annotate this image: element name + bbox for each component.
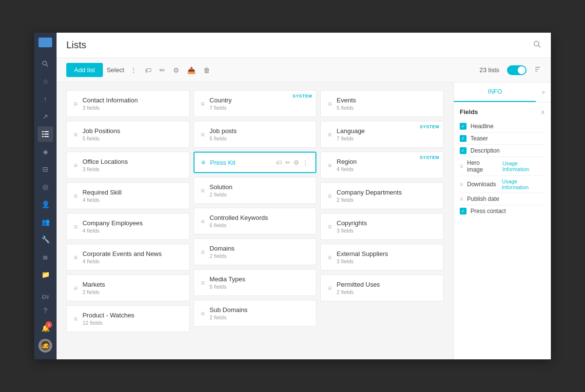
header: Lists [57, 33, 551, 58]
list-fields: 6 fields [210, 222, 310, 228]
list-item-required-skill[interactable]: ≡ Required Skill 4 fields [66, 182, 190, 209]
export-button[interactable]: 📤 [185, 64, 197, 76]
collapse-icon[interactable]: ∧ [541, 109, 545, 116]
list-item-copyrights[interactable]: ≡ Copyrights 3 fields [320, 213, 444, 240]
list-item-solution[interactable]: ≡ Solution 2 fields [194, 177, 317, 204]
panel-section-header: Fields ∧ [460, 108, 545, 116]
list-drag-icon: ≡ [201, 310, 205, 317]
search-icon[interactable] [533, 40, 541, 50]
field-checkbox-press-contact[interactable]: ✓ [460, 208, 467, 215]
list-fields: 2 fields [210, 253, 310, 259]
svg-rect-3 [44, 131, 49, 132]
tab-info[interactable]: INFO [454, 82, 536, 102]
notification-badge: 3 [45, 321, 52, 328]
tag-button[interactable]: 🏷 [143, 64, 154, 76]
delete-button[interactable]: 🗑 [201, 64, 212, 76]
sidebar-item-user[interactable]: 👤 [38, 196, 53, 212]
list-drag-icon: ≡ [201, 217, 205, 225]
list-item-corporate-events[interactable]: ≡ Corporate Events and News 4 fields [66, 244, 190, 271]
add-list-button[interactable]: Add list [66, 63, 103, 77]
list-drag-icon: ≡ [74, 161, 78, 169]
list-item-controlled-keywords[interactable]: ≡ Controlled Keywords 6 fields [194, 208, 317, 235]
list-fields: 3 fields [337, 258, 437, 264]
list-fields: 2 fields [337, 289, 437, 295]
list-item-company-employees[interactable]: ≡ Company Employees 4 fields [66, 213, 190, 240]
notifications-button[interactable]: 🔔 3 [38, 320, 53, 336]
list-name: Job posts [210, 127, 310, 135]
list-item-job-posts[interactable]: ≡ Job posts 5 fields [194, 121, 317, 148]
list-drag-icon: ≡ [328, 223, 332, 231]
list-fields: 2 fields [210, 192, 310, 197]
sidebar-item-table[interactable]: ⊟ [38, 161, 53, 177]
list-item-media-types[interactable]: ≡ Media Types 5 fields [194, 269, 317, 296]
more-options-button[interactable]: ⋮ [128, 64, 139, 76]
field-checkbox-headline[interactable]: ✓ [460, 123, 467, 130]
field-name-headline: Headline [470, 123, 493, 130]
hero-image-usage-link[interactable]: Usage Information [502, 160, 545, 172]
list-item-contact-info[interactable]: ≡ Contact Information 3 fields [66, 90, 190, 117]
list-name: Domains [210, 245, 310, 252]
list-fields: 3 fields [82, 105, 182, 111]
field-checkbox-teaser[interactable]: ✓ [460, 135, 467, 142]
sidebar-item-globe[interactable]: ◎ [38, 179, 53, 195]
sidebar-item-share[interactable]: ↗ [38, 109, 53, 124]
list-item-permitted-uses[interactable]: ≡ Permitted Uses 2 fields [320, 274, 444, 301]
sidebar-item-help[interactable]: ? [38, 303, 53, 318]
list-name: Company Employees [82, 219, 182, 227]
list-item-sub-domains[interactable]: ≡ Sub Domains 2 fields [194, 300, 317, 327]
list-item-external-suppliers[interactable]: ≡ External Suppliers 3 fields [320, 244, 444, 271]
list-item-office-locations[interactable]: ≡ Office Locations 3 fields [66, 152, 190, 178]
view-toggle[interactable] [507, 65, 526, 75]
sidebar-item-tools[interactable]: 🔧 [38, 232, 53, 247]
avatar[interactable]: 🧔 [39, 339, 52, 353]
edit-action-icon[interactable]: ✏ [285, 159, 291, 166]
list-item-company-departments[interactable]: ≡ Company Departments 2 fields [320, 182, 444, 209]
edit-button[interactable]: ✏ [157, 64, 167, 76]
list-drag-icon: ≡ [328, 192, 332, 200]
sidebar-item-favorites[interactable]: ☆ [38, 74, 53, 89]
list-fields: 2 fields [337, 197, 437, 203]
sidebar-item-layers[interactable]: ◈ [38, 144, 53, 159]
list-drag-icon: ≡ [74, 254, 78, 261]
sidebar-item-filter[interactable]: ≣ [38, 249, 53, 265]
svg-rect-4 [42, 134, 44, 135]
sidebar-item-search[interactable] [38, 56, 53, 72]
list-item-domains[interactable]: ≡ Domains 2 fields [194, 238, 317, 265]
sidebar-item-folder[interactable]: 📁 [38, 267, 53, 282]
list-drag-icon: ≡ [328, 254, 332, 261]
field-checkbox-description[interactable]: ✓ [460, 147, 467, 154]
list-item-region[interactable]: ≡ Region 4 fields SYSTEM [320, 152, 444, 178]
list-drag-icon: ≡ [74, 315, 78, 323]
list-drag-icon: ≡ [74, 192, 78, 200]
select-button[interactable]: Select [107, 66, 124, 74]
sidebar-item-upload[interactable]: ↑ [38, 91, 53, 107]
list-item-job-positions[interactable]: ≡ Job Positions 5 fields [66, 121, 190, 148]
list-item-markets[interactable]: ≡ Markets 2 fields [66, 274, 190, 301]
field-item-teaser: ✓ Teaser [460, 133, 545, 145]
list-fields: 4 fields [82, 197, 182, 203]
sidebar-item-lists[interactable] [38, 126, 53, 142]
list-item-product-watches[interactable]: ≡ Product - Watches 12 fields [66, 305, 190, 332]
field-name-publish-date: Publish date [467, 196, 499, 202]
panel-content: Fields ∧ ✓ Headline ✓ Teaser ✓ Descripti… [454, 102, 551, 223]
list-fields: 4 fields [337, 166, 437, 172]
list-name: Media Types [210, 275, 310, 283]
tag-action-icon[interactable]: 🏷 [276, 159, 282, 166]
list-item-language[interactable]: ≡ Language 7 fields SYSTEM [320, 121, 444, 148]
list-fields: 4 fields [82, 228, 182, 234]
settings-button[interactable]: ⚙ [171, 64, 181, 76]
list-name: Markets [82, 281, 182, 288]
language-selector[interactable]: EN [42, 294, 49, 300]
downloads-usage-link[interactable]: Usage Information [502, 178, 545, 190]
more-action-icon[interactable]: ⋮ [302, 159, 309, 166]
panel-expand-button[interactable]: » [536, 83, 551, 101]
list-item-country[interactable]: ≡ Country 7 fields SYSTEM [194, 90, 317, 117]
list-item-events[interactable]: ≡ Events 5 fields [320, 90, 444, 117]
list-name: Copyrights [337, 219, 437, 227]
sort-icon[interactable] [534, 66, 541, 74]
sidebar-item-users[interactable]: 👥 [38, 214, 53, 230]
settings-action-icon[interactable]: ⚙ [293, 159, 299, 166]
app-logo[interactable] [39, 38, 52, 47]
list-item-press-kit[interactable]: ≡ Press Kit 🏷 ✏ ⚙ ⋮ [194, 152, 317, 173]
main-content: Lists Add list Select ⋮ 🏷 ✏ ⚙ 📤 🗑 23 lis… [57, 33, 551, 359]
